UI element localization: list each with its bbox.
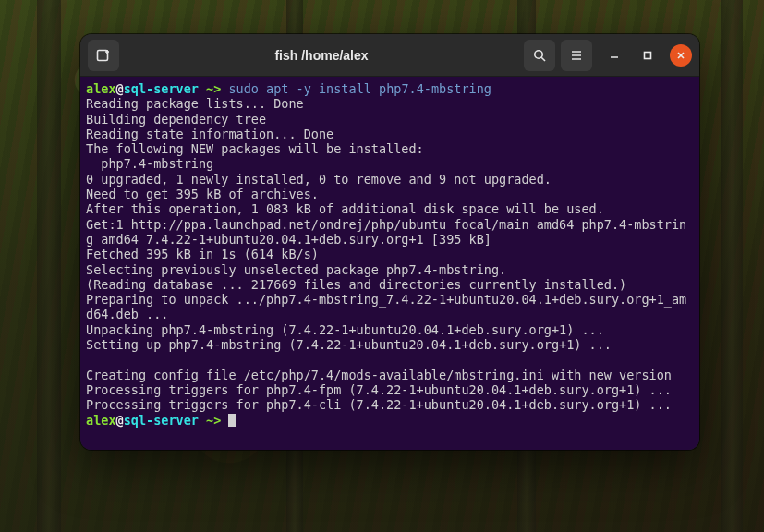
prompt-at: @	[116, 81, 124, 96]
maximize-button[interactable]	[637, 44, 659, 66]
output-line: 0 upgraded, 1 newly installed, 0 to remo…	[86, 172, 552, 187]
svg-line-4	[541, 57, 545, 61]
output-line: After this operation, 1 083 kB of additi…	[86, 201, 604, 216]
output-line: Reading package lists... Done	[86, 96, 304, 111]
command-sudo: sudo	[228, 81, 259, 96]
terminal-viewport[interactable]: alex@sql-server ~> sudo apt -y install p…	[80, 77, 699, 450]
new-tab-button[interactable]	[88, 40, 119, 71]
prompt-sep: ~>	[199, 413, 229, 428]
maximize-icon	[642, 50, 653, 61]
close-button[interactable]	[670, 44, 692, 66]
output-line: Fetched 395 kB in 1s (614 kB/s)	[86, 247, 319, 261]
svg-rect-9	[645, 52, 651, 58]
prompt-user: alex	[86, 413, 116, 428]
menu-button[interactable]	[561, 40, 592, 71]
output-line: Creating config file /etc/php/7.4/mods-a…	[86, 368, 672, 382]
cursor	[228, 414, 235, 427]
output-line: The following NEW packages will be insta…	[86, 141, 424, 156]
search-button[interactable]	[524, 40, 555, 71]
output-line: php7.4-mbstring	[86, 156, 213, 171]
output-line: Get:1 http://ppa.launchpad.net/ondrej/ph…	[86, 217, 686, 247]
minimize-icon	[609, 50, 620, 61]
output-line: Setting up php7.4-mbstring (7.4.22-1+ubu…	[86, 337, 612, 352]
output-line: Need to get 395 kB of archives.	[86, 187, 319, 201]
output-line: Reading state information... Done	[86, 127, 333, 141]
window-title: fish /home/alex	[274, 48, 368, 63]
prompt-host: sql-server	[124, 81, 199, 96]
output-line: Unpacking php7.4-mbstring (7.4.22-1+ubun…	[86, 322, 604, 337]
prompt-user: alex	[86, 81, 116, 96]
new-tab-icon	[95, 47, 112, 64]
prompt-at: @	[116, 413, 124, 428]
output-line: Selecting previously unselected package …	[86, 262, 506, 277]
output-line: Preparing to unpack .../php7.4-mbstring_…	[86, 292, 686, 321]
terminal-window: fish /home/alex	[80, 34, 699, 450]
prompt-host: sql-server	[124, 413, 199, 428]
svg-point-3	[535, 50, 542, 57]
command-rest: apt -y install php7.4-mbstring	[259, 81, 491, 96]
titlebar: fish /home/alex	[80, 34, 699, 77]
search-icon	[532, 48, 547, 63]
output-line: (Reading database ... 217669 files and d…	[86, 277, 626, 292]
hamburger-icon	[569, 48, 584, 63]
prompt-sep: ~>	[199, 81, 229, 96]
output-line: Building dependency tree	[86, 112, 266, 127]
output-line: Processing triggers for php7.4-cli (7.4.…	[86, 397, 672, 412]
output-line: Processing triggers for php7.4-fpm (7.4.…	[86, 382, 672, 397]
close-icon	[675, 50, 686, 61]
minimize-button[interactable]	[603, 44, 625, 66]
